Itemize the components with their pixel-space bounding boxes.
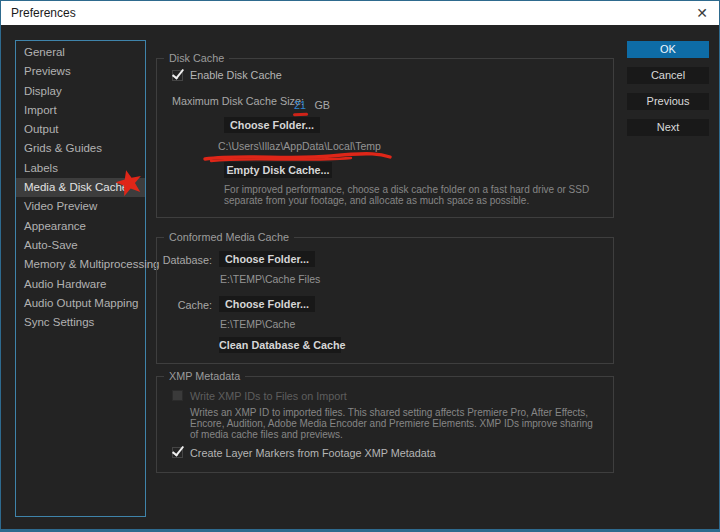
category-list: General Previews Display Import Output G… [15, 40, 146, 517]
max-disk-cache-size-unit: GB [314, 99, 330, 111]
sidebar-item-output[interactable]: Output [16, 120, 145, 139]
sidebar-item-previews[interactable]: Previews [16, 62, 145, 81]
cache-label: Cache: [157, 299, 212, 311]
xmp-metadata-group: XMP Metadata Write XMP IDs to Files on I… [156, 376, 614, 473]
sidebar-item-audio-output-mapping[interactable]: Audio Output Mapping [16, 294, 145, 313]
write-xmp-ids-checkbox[interactable] [172, 390, 183, 401]
enable-disk-cache-checkbox[interactable] [172, 70, 183, 81]
sidebar-item-auto-save[interactable]: Auto-Save [16, 236, 145, 255]
conformed-media-cache-group: Conformed Media Cache Database: Choose F… [156, 237, 614, 364]
create-layer-markers-label: Create Layer Markers from Footage XMP Me… [190, 447, 436, 459]
sidebar-item-general[interactable]: General [16, 43, 145, 62]
empty-disk-cache-button[interactable]: Empty Disk Cache... [224, 162, 332, 178]
next-button[interactable]: Next [627, 119, 709, 136]
sidebar-item-media-disk-cache[interactable]: Media & Disk Cache [16, 178, 145, 197]
cache-choose-folder-button[interactable]: Choose Folder... [219, 296, 315, 312]
disk-cache-folder-path: C:\Users\Illaz\AppData\Local\Temp [218, 140, 381, 152]
write-xmp-ids-label: Write XMP IDs to Files on Import [190, 390, 347, 402]
title-bar: Preferences ✕ [1, 1, 719, 25]
conformed-media-cache-group-title: Conformed Media Cache [164, 231, 294, 243]
database-choose-folder-button[interactable]: Choose Folder... [219, 251, 315, 267]
ok-button[interactable]: OK [627, 41, 709, 58]
sidebar-item-audio-hardware[interactable]: Audio Hardware [16, 275, 145, 294]
sidebar-item-grids-guides[interactable]: Grids & Guides [16, 139, 145, 158]
cache-path: E:\TEMP\Cache [220, 318, 295, 330]
sidebar-item-display[interactable]: Display [16, 82, 145, 101]
previous-button[interactable]: Previous [627, 93, 709, 110]
enable-disk-cache-label: Enable Disk Cache [190, 69, 282, 81]
disk-cache-group: Disk Cache Enable Disk Cache Maximum Dis… [156, 58, 614, 218]
preferences-dialog: Preferences ✕ General Previews Display I… [0, 0, 720, 532]
disk-cache-description: For improved performance, choose a disk … [224, 185, 622, 207]
sidebar-item-appearance[interactable]: Appearance [16, 217, 145, 236]
disk-cache-group-title: Disk Cache [164, 52, 229, 64]
close-icon[interactable]: ✕ [691, 3, 713, 23]
clean-database-cache-button[interactable]: Clean Database & Cache [219, 337, 341, 353]
xmp-metadata-group-title: XMP Metadata [164, 370, 245, 382]
disk-cache-choose-folder-button[interactable]: Choose Folder... [224, 117, 320, 133]
sidebar-item-labels[interactable]: Labels [16, 159, 145, 178]
sidebar-item-sync-settings[interactable]: Sync Settings [16, 313, 145, 332]
cancel-button[interactable]: Cancel [627, 67, 709, 84]
sidebar-item-import[interactable]: Import [16, 101, 145, 120]
sidebar-item-video-preview[interactable]: Video Preview [16, 197, 145, 216]
max-disk-cache-size-value[interactable]: 21 [294, 99, 306, 111]
max-disk-cache-size-label: Maximum Disk Cache Size: [172, 95, 304, 107]
dialog-title: Preferences [11, 1, 76, 25]
xmp-description: Writes an XMP ID to imported files. This… [190, 408, 598, 440]
database-label: Database: [157, 254, 212, 266]
database-path: E:\TEMP\Cache Files [220, 273, 320, 285]
sidebar-item-memory-multiprocessing[interactable]: Memory & Multiprocessing [16, 255, 145, 274]
create-layer-markers-checkbox[interactable] [172, 447, 183, 458]
annotation-underline-value [293, 113, 308, 117]
